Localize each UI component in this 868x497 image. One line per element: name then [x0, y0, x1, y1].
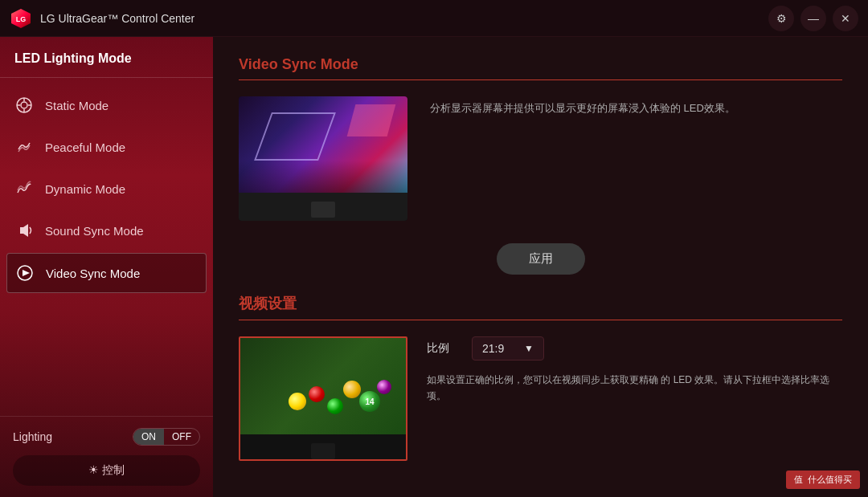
video-sync-content: 分析显示器屏幕并提供可以显示更好的屏幕浸入体验的 LED效果。: [239, 96, 842, 221]
lighting-toggle-row: Lighting ON OFF: [13, 428, 200, 446]
ratio-select[interactable]: 21:9 ▼: [472, 336, 544, 361]
ratio-label: 比例: [427, 341, 459, 356]
ball-14: 14: [359, 391, 380, 412]
monitor-geo2: [347, 104, 396, 136]
watermark: 值 什么值得买: [786, 471, 860, 489]
soundsync-icon: [14, 221, 34, 240]
ball-orange: [343, 381, 361, 398]
video-right-panel: 比例 21:9 ▼ 如果设置正确的比例，您可以在视频同步上获取更精确 的 LED…: [427, 336, 842, 405]
app-title: LG UltraGear™ Control Center: [40, 12, 768, 25]
content-area: Video Sync Mode 分析显示器屏幕并提供可以显示更好的屏幕浸入体验的…: [213, 37, 868, 497]
soundsync-mode-label: Sound Sync Mode: [45, 224, 144, 238]
svg-marker-10: [23, 270, 30, 276]
apply-button[interactable]: 应用: [497, 243, 585, 275]
ratio-row: 比例 21:9 ▼: [427, 336, 842, 361]
watermark-icon: 值: [794, 474, 803, 486]
sidebar-item-peaceful[interactable]: Peaceful Mode: [0, 126, 213, 168]
video-preview: 14: [239, 336, 407, 461]
peaceful-mode-label: Peaceful Mode: [45, 141, 125, 154]
ratio-description: 如果设置正确的比例，您可以在视频同步上获取更精确 的 LED 效果。请从下拉框中…: [427, 372, 842, 405]
monitor-preview: [239, 96, 407, 221]
video-settings-title: 视频设置: [239, 294, 842, 320]
sidebar: LED Lighting Mode Static Mode: [0, 37, 213, 497]
minimize-button[interactable]: —: [800, 6, 826, 31]
main-layout: LED Lighting Mode Static Mode: [0, 37, 868, 497]
dynamic-mode-label: Dynamic Mode: [45, 182, 125, 196]
monitor-base: [239, 193, 407, 221]
svg-point-3: [21, 102, 27, 108]
video-settings-section: 视频设置 14: [239, 294, 842, 461]
ball-purple: [377, 380, 391, 394]
static-icon: [14, 96, 34, 115]
close-button[interactable]: ✕: [833, 6, 858, 31]
settings-button[interactable]: ⚙: [768, 6, 794, 31]
dynamic-icon: [14, 179, 34, 198]
sidebar-section-title: LED Lighting Mode: [0, 37, 213, 78]
monitor-geo1: [254, 112, 336, 161]
sidebar-item-soundsync[interactable]: Sound Sync Mode: [0, 210, 213, 251]
title-bar: LG LG UltraGear™ Control Center ⚙ — ✕: [0, 0, 868, 37]
static-mode-label: Static Mode: [45, 99, 108, 112]
sidebar-bottom: Lighting ON OFF ☀ 控制: [0, 416, 213, 497]
peaceful-icon: [14, 137, 34, 157]
app-logo: LG: [10, 7, 32, 30]
toggle-on-button[interactable]: ON: [133, 429, 164, 445]
control-button[interactable]: ☀ 控制: [13, 455, 200, 486]
videosync-mode-label: Video Sync Mode: [46, 267, 140, 280]
svg-marker-8: [20, 224, 28, 237]
sidebar-item-videosync[interactable]: Video Sync Mode: [6, 253, 207, 293]
sidebar-item-dynamic[interactable]: Dynamic Mode: [0, 168, 213, 210]
video-screen: 14: [240, 338, 406, 434]
dropdown-chevron-icon: ▼: [524, 343, 534, 354]
video-base: [240, 434, 406, 461]
video-sync-title: Video Sync Mode: [239, 56, 842, 80]
svg-text:LG: LG: [16, 15, 27, 23]
lighting-toggle[interactable]: ON OFF: [133, 428, 200, 446]
video-sync-section: Video Sync Mode 分析显示器屏幕并提供可以显示更好的屏幕浸入体验的…: [239, 56, 842, 275]
toggle-off-button[interactable]: OFF: [164, 429, 199, 445]
sidebar-items: Static Mode Peaceful Mode: [0, 78, 213, 416]
monitor-screen: [239, 96, 407, 193]
ball-green: [327, 398, 343, 414]
ratio-value: 21:9: [482, 342, 504, 355]
ball-red: [309, 386, 325, 402]
watermark-text: 什么值得买: [808, 474, 852, 486]
video-sync-description: 分析显示器屏幕并提供可以显示更好的屏幕浸入体验的 LED效果。: [430, 96, 842, 117]
sidebar-item-static[interactable]: Static Mode: [0, 84, 213, 126]
video-stand: [311, 443, 335, 459]
window-controls: ⚙ — ✕: [768, 6, 858, 31]
videosync-icon: [15, 263, 35, 283]
ball-yellow: [289, 393, 306, 410]
video-settings-content: 14 比例 21:9 ▼ 如果: [239, 336, 842, 461]
monitor-stand: [311, 202, 335, 218]
lighting-label: Lighting: [13, 430, 125, 443]
